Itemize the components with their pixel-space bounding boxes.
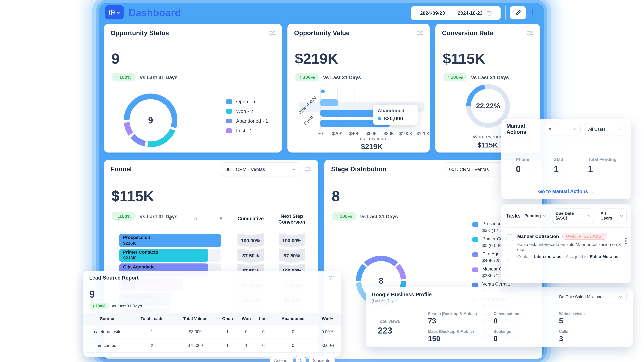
stat-bookings: Bookings 0 bbox=[494, 330, 559, 343]
location-select[interactable]: Be Chic Salón Mixcoac bbox=[555, 291, 626, 303]
task-kebab-menu-icon[interactable] bbox=[625, 238, 626, 259]
chevron-down-icon bbox=[588, 215, 590, 217]
chevron-down-icon bbox=[543, 215, 546, 217]
donut-center-value: 8 bbox=[379, 276, 384, 286]
users-filter-select[interactable]: All Users bbox=[597, 209, 626, 223]
contact-name[interactable]: fabio morales bbox=[534, 254, 561, 259]
sliders-icon[interactable] bbox=[526, 30, 533, 36]
card-title: Stage Distribution bbox=[331, 166, 386, 173]
overdue-badge: Overdue - 22/10/2024 bbox=[562, 233, 607, 240]
opportunity-status-card: Opportunity Status 9 ↑ 100% vs Last 31 D… bbox=[104, 24, 282, 152]
sliders-icon[interactable] bbox=[268, 30, 275, 36]
page-title: Dashboard bbox=[128, 7, 181, 18]
next-step-cell: 87.50% bbox=[279, 248, 305, 263]
legend-swatch bbox=[226, 99, 232, 104]
delta-badge: ↑ 100% bbox=[111, 73, 136, 81]
cumulative-cell: 87.50% bbox=[238, 248, 264, 263]
sliders-icon[interactable] bbox=[305, 166, 312, 172]
go-to-manual-actions-link[interactable]: Go to Manual Actions → bbox=[538, 189, 594, 194]
metric-value: $219K bbox=[295, 51, 338, 66]
stat-conversations: Conversations 0 bbox=[494, 312, 559, 326]
action-type-select[interactable]: All bbox=[544, 123, 580, 135]
status-donut-chart: 9 bbox=[124, 93, 178, 147]
card-title: Google Business Profile bbox=[372, 292, 432, 298]
vs-label: vs Last 31 Days bbox=[112, 304, 142, 308]
layout-grid-icon bbox=[109, 9, 115, 15]
cumulative-cell: 100.00% bbox=[238, 233, 264, 248]
total-views-block: Total views 223 bbox=[378, 312, 428, 343]
chevron-down-icon bbox=[292, 168, 296, 170]
funnel-bar[interactable]: Prospección$216K bbox=[119, 234, 221, 247]
lead-source-report-card: Lead Source Report 9 ↑ 100% vs Last 31 D… bbox=[83, 271, 341, 357]
stat-sms: SMS 1 bbox=[554, 157, 563, 174]
card-title: Opportunity Value bbox=[294, 29, 350, 37]
pagination-prev-button[interactable]: Anterior bbox=[270, 356, 293, 362]
legend-swatch bbox=[226, 119, 232, 123]
stat-total-pending: Total Pending 1 bbox=[588, 157, 616, 174]
card-title: Conversion Rate bbox=[442, 29, 493, 37]
chevron-down-icon bbox=[620, 215, 623, 217]
edit-dashboard-button[interactable] bbox=[510, 6, 526, 19]
legend-item: Open - 5 bbox=[226, 99, 268, 104]
dashboard-page: Dashboard 2024-09-23 → 2024-10-23 Opport… bbox=[0, 0, 644, 362]
pagination-next-button[interactable]: Siguiente bbox=[308, 356, 335, 362]
vs-label: vs Last 31 Days bbox=[140, 74, 178, 80]
delta-badge: ↑ 100% bbox=[332, 212, 356, 221]
stat-website-visits: Website visits 5 bbox=[559, 312, 624, 326]
pipeline-select[interactable]: 001. CRM - Ventas bbox=[221, 162, 300, 176]
assigned-label: Assigned to: bbox=[566, 254, 589, 259]
sliders-icon[interactable] bbox=[329, 275, 335, 281]
pencil-icon bbox=[515, 10, 521, 15]
card-subtitle: (Last 30 Days) bbox=[372, 299, 432, 303]
chevron-down-icon bbox=[619, 296, 622, 298]
delta-badge: ↑ 100% bbox=[89, 303, 109, 309]
status-filter-select[interactable]: Pending bbox=[520, 211, 549, 221]
funnel-bar[interactable]: Primer Contacto$213K bbox=[119, 249, 208, 262]
calendar-icon bbox=[486, 10, 492, 15]
task-row: Mandar Cotización Overdue - 22/10/2024 F… bbox=[501, 228, 631, 259]
ring-center-value: 22.22% bbox=[476, 102, 500, 110]
users-select[interactable]: All Users bbox=[584, 123, 626, 135]
delta-badge: ↑ 100% bbox=[111, 212, 136, 221]
google-business-profile-card: Google Business Profile (Last 30 Days) B… bbox=[366, 287, 632, 347]
chart-tooltip: Abandoned $20,000 bbox=[373, 105, 418, 125]
task-title[interactable]: Mandar Cotización bbox=[517, 234, 559, 239]
stat-calls: Calls 3 bbox=[559, 330, 624, 343]
legend-item: Won - 2 bbox=[226, 109, 268, 114]
total-revenue-value: $219K bbox=[320, 142, 423, 151]
tasks-card: Tasks Pending Due Date (ASC) All Users M… bbox=[501, 204, 631, 283]
next-step-column-header: Next Step Conversion bbox=[276, 214, 307, 225]
card-title: Lead Source Report bbox=[89, 275, 139, 281]
legend-swatch bbox=[226, 109, 232, 114]
delta-badge: ↑ 100% bbox=[295, 73, 319, 81]
pagination-current-page[interactable]: 1 bbox=[296, 356, 306, 362]
task-checkbox[interactable] bbox=[506, 234, 513, 241]
sliders-icon[interactable] bbox=[416, 30, 423, 36]
date-end: 2024-10-23 bbox=[458, 10, 482, 16]
card-title: Tasks bbox=[506, 213, 520, 219]
bar-abandoned[interactable] bbox=[320, 99, 338, 106]
vs-label: vs Last 31 Days bbox=[471, 74, 509, 80]
metric-value: $115K bbox=[111, 189, 154, 203]
tooltip-title: Abandoned bbox=[378, 108, 413, 113]
sort-filter-select[interactable]: Due Date (ASC) bbox=[552, 209, 594, 223]
lead-source-table: Source Total Leads Total Values Open Won… bbox=[83, 313, 341, 352]
table-row[interactable]: cafetería - wifi1 $3,0001 00 00.00% bbox=[83, 325, 341, 339]
assignee-name[interactable]: Fabio Morales bbox=[590, 254, 618, 259]
card-title: Funnel bbox=[111, 166, 132, 173]
delta-badge: ↑ 100% bbox=[443, 73, 467, 81]
header-divider bbox=[506, 5, 506, 20]
table-row[interactable]: en campo2 $78,0001 10 050.00% bbox=[83, 339, 341, 352]
table-header-row: Source Total Leads Total Values Open Won… bbox=[83, 313, 341, 325]
metric-value: 9 bbox=[89, 289, 335, 300]
task-description: Fabio esta interesado en zolu Mandar cot… bbox=[517, 242, 625, 252]
legend-item: Abandoned - 1 bbox=[226, 118, 268, 124]
metric-value: 9 bbox=[111, 51, 120, 66]
bar-lost[interactable] bbox=[321, 89, 325, 93]
stat-search: Search (Desktop & Mobile) 73 bbox=[428, 312, 494, 326]
metric-value: $115K bbox=[443, 51, 485, 66]
date-range-picker[interactable]: 2024-09-23 → 2024-10-23 bbox=[411, 6, 501, 20]
kebab-menu-icon[interactable] bbox=[532, 9, 533, 15]
layout-switcher-button[interactable] bbox=[105, 5, 124, 19]
opportunity-value-card: Opportunity Value $219K ↑ 100% vs Last 3… bbox=[288, 24, 430, 152]
